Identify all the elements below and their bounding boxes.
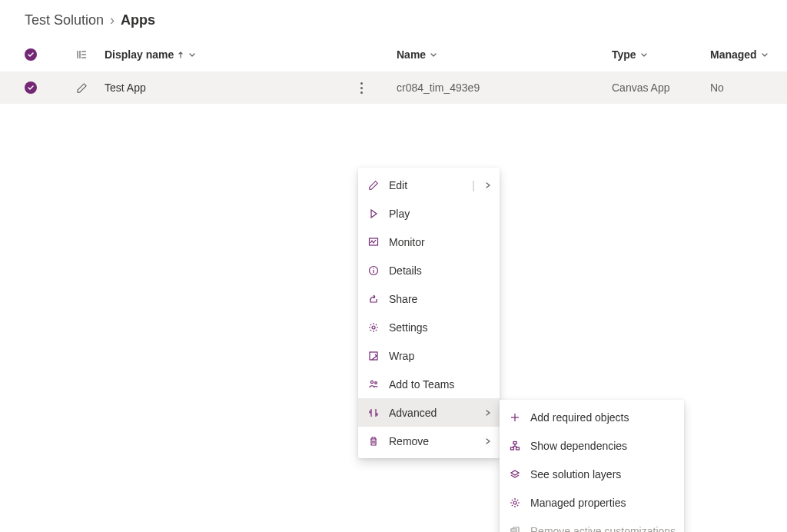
- breadcrumb-parent[interactable]: Test Solution: [25, 12, 104, 28]
- dependencies-icon: [509, 440, 521, 452]
- gear-icon: [367, 321, 380, 334]
- submenu-managed-properties-label: Managed properties: [530, 497, 676, 509]
- play-icon: [367, 208, 380, 220]
- chevron-down-icon: [429, 50, 438, 59]
- col-display-name[interactable]: Display name: [101, 48, 394, 61]
- list-icon: [75, 48, 88, 61]
- col-select[interactable]: [0, 48, 58, 61]
- breadcrumb-current: Apps: [121, 12, 155, 28]
- checkmark-icon: [25, 48, 37, 61]
- breadcrumb: Test Solution › Apps: [0, 0, 787, 38]
- col-type-label: Type: [612, 48, 636, 61]
- submenu-show-dependencies-label: Show dependencies: [530, 440, 676, 452]
- row-display-name: Test App: [105, 81, 146, 94]
- submenu-remove-active-label: Remove active customizations: [530, 525, 676, 533]
- col-customize[interactable]: [58, 48, 101, 61]
- menu-share[interactable]: Share: [358, 284, 500, 313]
- pencil-icon: [76, 82, 88, 94]
- menu-wrap[interactable]: Wrap: [358, 341, 500, 370]
- chevron-down-icon: [188, 50, 197, 59]
- menu-details-label: Details: [389, 264, 492, 277]
- chevron-down-icon: [760, 50, 769, 59]
- svg-rect-5: [370, 238, 378, 245]
- menu-edit-label: Edit: [389, 179, 463, 191]
- table-header: Display name Name Type Managed: [0, 38, 787, 71]
- menu-monitor-label: Monitor: [389, 236, 492, 248]
- menu-add-to-teams-label: Add to Teams: [389, 378, 492, 391]
- menu-settings[interactable]: Settings: [358, 313, 500, 341]
- submenu-advanced: Add required objects Show dependencies S…: [500, 400, 684, 532]
- submenu-add-required[interactable]: Add required objects: [500, 403, 684, 431]
- table: Display name Name Type Managed: [0, 38, 787, 104]
- menu-monitor[interactable]: Monitor: [358, 228, 500, 256]
- chevron-right-icon: [484, 407, 492, 419]
- row-more-button[interactable]: [352, 78, 370, 97]
- plus-icon: [509, 411, 521, 424]
- menu-advanced-label: Advanced: [389, 407, 475, 419]
- chevron-down-icon: [639, 50, 649, 59]
- teams-icon: [367, 378, 380, 391]
- col-name[interactable]: Name: [394, 48, 609, 61]
- svg-rect-17: [516, 447, 520, 450]
- menu-remove-label: Remove: [389, 435, 475, 447]
- row-managed: No: [707, 81, 787, 94]
- svg-point-18: [513, 501, 516, 504]
- col-name-label: Name: [397, 48, 426, 61]
- menu-details[interactable]: Details: [358, 256, 500, 284]
- submenu-add-required-label: Add required objects: [530, 411, 676, 424]
- row-name: cr084_tim_493e9: [394, 81, 609, 94]
- svg-point-11: [370, 381, 373, 383]
- submenu-see-layers-label: See solution layers: [530, 468, 676, 480]
- row-display-name-cell: Test App: [101, 78, 394, 97]
- menu-advanced[interactable]: Advanced: [358, 398, 500, 427]
- menu-play-label: Play: [389, 208, 492, 220]
- menu-settings-label: Settings: [389, 321, 492, 334]
- sort-asc-icon: [177, 51, 184, 58]
- trash-icon: [367, 435, 380, 447]
- menu-play[interactable]: Play: [358, 199, 500, 228]
- svg-rect-15: [513, 441, 516, 444]
- info-icon: [367, 264, 380, 277]
- breadcrumb-separator: ›: [110, 12, 115, 28]
- table-row[interactable]: Test App cr084_tim_493e9 Canvas App No: [0, 71, 787, 104]
- svg-rect-16: [511, 447, 514, 450]
- svg-point-8: [373, 268, 374, 268]
- menu-edit[interactable]: Edit |: [358, 171, 500, 199]
- gear-icon: [509, 497, 521, 509]
- share-icon: [367, 293, 380, 305]
- chevron-right-icon: [484, 435, 492, 447]
- svg-point-9: [372, 326, 375, 329]
- menu-wrap-label: Wrap: [389, 350, 492, 362]
- pencil-icon: [367, 179, 380, 191]
- context-menu: Edit | Play Monitor Details: [358, 168, 500, 458]
- wrap-icon: [367, 350, 380, 362]
- menu-share-label: Share: [389, 293, 492, 305]
- submenu-remove-active: Remove active customizations: [500, 517, 684, 532]
- tools-icon: [367, 407, 380, 419]
- row-edit-inline[interactable]: [58, 82, 101, 94]
- svg-point-12: [375, 381, 377, 384]
- col-managed[interactable]: Managed: [707, 48, 787, 61]
- row-select[interactable]: [0, 81, 58, 94]
- col-display-name-label: Display name: [105, 48, 174, 61]
- col-type[interactable]: Type: [609, 48, 707, 61]
- checkmark-icon: [25, 81, 37, 94]
- col-managed-label: Managed: [710, 48, 757, 61]
- layers-icon: [509, 468, 521, 480]
- menu-add-to-teams[interactable]: Add to Teams: [358, 370, 500, 398]
- submenu-show-dependencies[interactable]: Show dependencies: [500, 431, 684, 460]
- chevron-right-icon: [484, 179, 492, 191]
- svg-rect-19: [511, 529, 516, 533]
- menu-remove[interactable]: Remove: [358, 427, 500, 455]
- row-type: Canvas App: [609, 81, 707, 94]
- submenu-managed-properties[interactable]: Managed properties: [500, 488, 684, 517]
- remove-customizations-icon: [509, 525, 521, 533]
- monitor-icon: [367, 236, 380, 248]
- submenu-see-layers[interactable]: See solution layers: [500, 460, 684, 488]
